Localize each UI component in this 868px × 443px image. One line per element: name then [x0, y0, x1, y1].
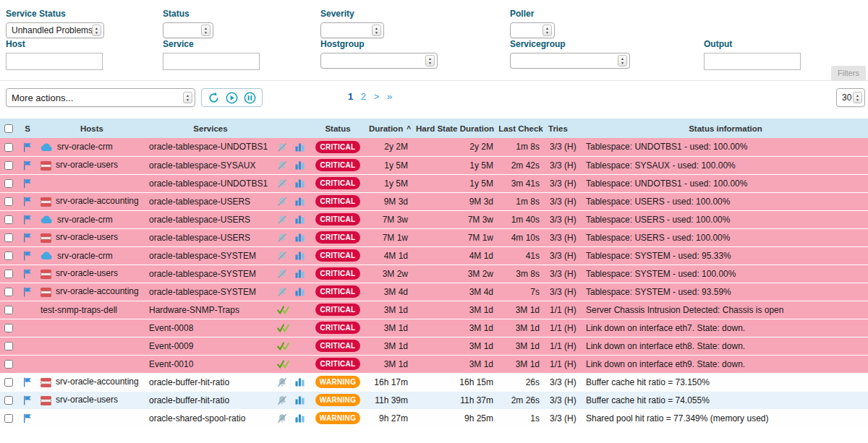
- host-name[interactable]: srv-oracle-users: [56, 232, 118, 242]
- service-name[interactable]: oracle-tablespace-SYSTEM: [149, 287, 256, 297]
- mute-icon[interactable]: [277, 395, 287, 405]
- service-name[interactable]: oracle-tablespace-SYSTEM: [149, 269, 256, 279]
- mute-icon[interactable]: [277, 178, 287, 188]
- chart-icon[interactable]: [295, 160, 305, 170]
- host-name[interactable]: srv-oracle-crm: [57, 251, 113, 261]
- row-checkbox[interactable]: [4, 360, 13, 369]
- col-header-last-check[interactable]: Last Check: [498, 119, 544, 138]
- row-checkbox[interactable]: [4, 233, 13, 242]
- severity-select[interactable]: [320, 22, 384, 38]
- row-checkbox[interactable]: [4, 414, 13, 423]
- col-header-status-information[interactable]: Status information: [583, 119, 868, 138]
- row-checkbox[interactable]: [4, 251, 13, 260]
- service-status-select[interactable]: Unhandled Problems: [6, 22, 104, 38]
- host-name[interactable]: srv-oracle-users: [56, 395, 118, 405]
- row-checkbox[interactable]: [4, 143, 13, 152]
- service-name[interactable]: oracle-buffer-hit-ratio: [149, 395, 229, 405]
- col-header-tries[interactable]: Tries: [544, 119, 583, 138]
- col-header-duration[interactable]: Duration^: [362, 119, 412, 138]
- col-header-s[interactable]: S: [17, 119, 38, 138]
- service-name[interactable]: Event-0010: [149, 359, 193, 369]
- chart-icon[interactable]: [295, 413, 305, 423]
- pause-button[interactable]: [243, 91, 257, 105]
- service-name[interactable]: oracle-buffer-hit-ratio: [149, 377, 229, 387]
- mute-icon[interactable]: [277, 377, 287, 387]
- service-name[interactable]: oracle-tablespace-USERS: [149, 197, 250, 207]
- chart-icon[interactable]: [295, 268, 305, 278]
- mute-icon[interactable]: [277, 232, 287, 242]
- chart-icon[interactable]: [295, 142, 305, 152]
- page-2-link[interactable]: 2: [361, 91, 366, 102]
- service-name[interactable]: oracle-shared-spool-ratio: [149, 413, 245, 423]
- refresh-button[interactable]: [207, 91, 221, 105]
- hostgroup-select[interactable]: [320, 53, 438, 69]
- service-name[interactable]: Event-0008: [149, 323, 193, 333]
- service-name[interactable]: oracle-tablespace-SYSTEM: [149, 251, 256, 261]
- row-checkbox[interactable]: [4, 197, 13, 206]
- flag-icon[interactable]: [23, 196, 32, 206]
- row-checkbox[interactable]: [4, 270, 13, 278]
- mute-icon[interactable]: [277, 286, 287, 296]
- filters-tab-button[interactable]: Filters: [831, 66, 866, 80]
- chart-icon[interactable]: [295, 286, 305, 296]
- host-name[interactable]: srv-oracle-crm: [57, 215, 113, 225]
- chart-icon[interactable]: [295, 214, 305, 224]
- row-checkbox[interactable]: [4, 306, 13, 314]
- col-header-services[interactable]: Services: [146, 119, 275, 138]
- row-checkbox[interactable]: [4, 161, 13, 170]
- mute-icon[interactable]: [277, 142, 287, 152]
- mute-icon[interactable]: [277, 268, 287, 278]
- row-checkbox[interactable]: [4, 179, 13, 188]
- row-checkbox[interactable]: [4, 324, 13, 332]
- service-name[interactable]: oracle-tablespace-UNDOTBS1: [149, 179, 268, 189]
- chart-icon[interactable]: [295, 377, 305, 387]
- col-header-hosts[interactable]: Hosts: [38, 119, 146, 138]
- host-name[interactable]: srv-oracle-accounting: [56, 377, 139, 387]
- service-name[interactable]: oracle-tablespace-UNDOTBS1: [149, 142, 268, 152]
- service-name[interactable]: oracle-tablespace-USERS: [149, 233, 250, 243]
- servicegroup-select[interactable]: [510, 53, 630, 69]
- service-name[interactable]: oracle-tablespace-SYSAUX: [149, 160, 255, 171]
- poller-select[interactable]: [510, 22, 555, 38]
- flag-icon[interactable]: [23, 268, 32, 278]
- flag-icon[interactable]: [23, 413, 32, 423]
- chart-icon[interactable]: [295, 232, 305, 242]
- host-name[interactable]: srv-oracle-accounting: [56, 196, 139, 206]
- row-checkbox[interactable]: [4, 396, 13, 405]
- host-name[interactable]: srv-oracle-accounting: [56, 286, 139, 296]
- select-all-checkbox[interactable]: [4, 124, 13, 133]
- resume-button[interactable]: [225, 91, 239, 105]
- flag-icon[interactable]: [23, 395, 32, 405]
- chart-icon[interactable]: [295, 395, 305, 405]
- more-actions-select[interactable]: More actions...: [6, 88, 195, 107]
- service-input[interactable]: [163, 53, 260, 70]
- last-page-link[interactable]: »: [387, 91, 392, 102]
- flag-icon[interactable]: [23, 377, 32, 387]
- service-name[interactable]: Hardware-SNMP-Traps: [149, 305, 239, 315]
- mute-icon[interactable]: [277, 250, 287, 260]
- output-input[interactable]: [704, 53, 801, 70]
- chart-icon[interactable]: [295, 196, 305, 206]
- host-name[interactable]: srv-oracle-users: [56, 160, 118, 170]
- col-header-status[interactable]: Status: [314, 119, 362, 138]
- flag-icon[interactable]: [23, 214, 32, 224]
- mute-icon[interactable]: [277, 196, 287, 206]
- row-checkbox[interactable]: [4, 288, 13, 296]
- status-select[interactable]: [163, 22, 213, 38]
- page-size-select[interactable]: 30: [836, 88, 865, 107]
- flag-icon[interactable]: [23, 250, 32, 260]
- row-checkbox[interactable]: [4, 342, 13, 350]
- row-checkbox[interactable]: [4, 378, 13, 387]
- page-1-link[interactable]: 1: [348, 91, 353, 102]
- host-input[interactable]: [6, 53, 103, 70]
- flag-icon[interactable]: [23, 178, 32, 188]
- col-header-hard-state-duration[interactable]: Hard State Duration: [412, 119, 498, 138]
- service-name[interactable]: Event-0009: [149, 341, 193, 351]
- host-name[interactable]: test-snmp-traps-dell: [41, 305, 117, 315]
- flag-icon[interactable]: [23, 286, 32, 296]
- row-checkbox[interactable]: [4, 215, 13, 224]
- host-name[interactable]: srv-oracle-users: [56, 268, 118, 278]
- chart-icon[interactable]: [295, 178, 305, 188]
- host-name[interactable]: srv-oracle-crm: [57, 142, 113, 152]
- next-page-link[interactable]: >: [374, 91, 380, 102]
